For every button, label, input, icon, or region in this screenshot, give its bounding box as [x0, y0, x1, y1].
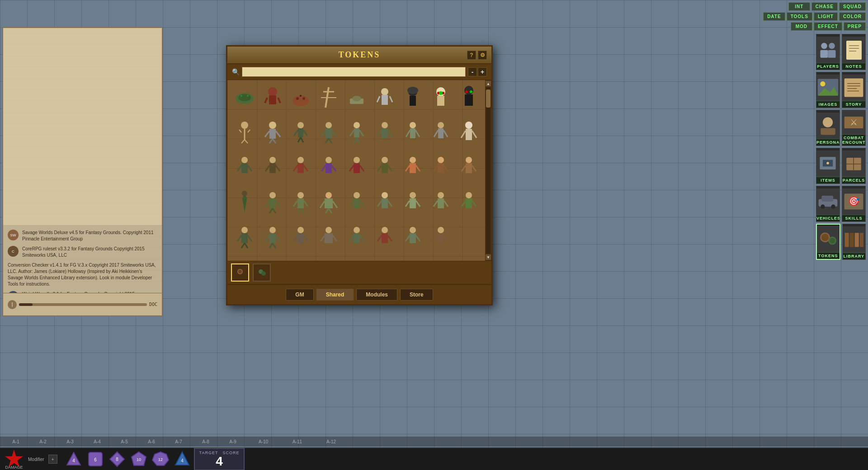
token-cell[interactable] [231, 118, 258, 146]
special-die[interactable]: 4 [173, 450, 192, 469]
token-cell[interactable] [259, 223, 286, 250]
panel-item-story[interactable]: STORY [842, 72, 866, 108]
color-button[interactable]: COLOR [839, 12, 866, 21]
token-cell[interactable] [455, 84, 482, 111]
token-cell[interactable] [259, 84, 286, 111]
token-cell[interactable] [427, 84, 454, 111]
d4-die[interactable]: 4 [64, 450, 83, 469]
token-cell[interactable] [399, 188, 426, 216]
d12-die[interactable]: 12 [151, 450, 170, 469]
panel-item-tokens[interactable]: TOKENS [816, 224, 840, 260]
coord-a11: A-11 [280, 439, 314, 444]
svg-point-195 [241, 227, 248, 233]
init-button[interactable]: INT [788, 2, 810, 11]
folder-other[interactable] [253, 263, 271, 282]
token-cell[interactable] [231, 84, 258, 111]
token-cell[interactable] [371, 118, 398, 146]
token-cell[interactable] [287, 223, 314, 250]
token-cell[interactable] [399, 118, 426, 146]
parcels-label: PARCELS [842, 177, 865, 183]
token-cell[interactable] [231, 188, 258, 216]
scroll-handle[interactable]: | [8, 300, 17, 309]
token-cell[interactable] [371, 84, 398, 111]
gm-tab[interactable]: GM [286, 289, 313, 301]
modules-tab[interactable]: Modules [356, 289, 397, 301]
d8-die[interactable]: 8 [108, 450, 127, 469]
tokens-help-button[interactable]: ? [467, 51, 476, 60]
token-cell[interactable] [315, 84, 342, 111]
svg-line-167 [297, 208, 301, 213]
token-cell[interactable] [455, 188, 482, 216]
scroll-up-button[interactable]: ▲ [486, 81, 491, 86]
token-cell[interactable] [315, 153, 342, 180]
zoom-minus-button[interactable]: - [468, 67, 477, 76]
token-cell[interactable] [315, 223, 342, 250]
date-button[interactable]: DATE [763, 12, 785, 21]
token-cell[interactable] [343, 223, 370, 250]
token-cell[interactable] [371, 153, 398, 180]
token-cell[interactable] [315, 118, 342, 146]
folder-tokens[interactable] [231, 263, 249, 282]
squad-button[interactable]: SQUAD [839, 2, 866, 11]
panel-item-vehicles[interactable]: VEHICLES [816, 186, 840, 222]
svg-line-105 [377, 131, 382, 136]
panel-item-items[interactable]: ITEMS [816, 148, 840, 184]
token-cell[interactable] [259, 153, 286, 180]
prep-button[interactable]: PREP [844, 22, 866, 31]
panel-item-parcels[interactable]: PARCELS [842, 148, 866, 184]
token-cell[interactable] [259, 118, 286, 146]
scroll-down-button[interactable]: ▼ [486, 254, 491, 260]
panel-item-personalities[interactable]: PERSONALITIES [816, 110, 840, 146]
panel-item-players[interactable]: PLAYERS [816, 34, 840, 70]
token-cell[interactable] [287, 118, 314, 146]
token-cell[interactable] [399, 84, 426, 111]
panel-item-images[interactable]: IMAGES [816, 72, 840, 108]
token-cell[interactable] [259, 188, 286, 216]
tokens-scrollbar[interactable]: ▲ ▼ [485, 80, 491, 261]
token-cell[interactable] [455, 118, 482, 146]
toolbar-row-3: MOD EFFECT PREP [763, 22, 866, 31]
effect-button[interactable]: EFFECT [814, 22, 842, 31]
token-cell[interactable] [427, 118, 454, 146]
token-cell[interactable] [371, 188, 398, 216]
token-cell[interactable] [231, 153, 258, 180]
d6-die[interactable]: 6 [86, 450, 105, 469]
token-cell[interactable] [343, 153, 370, 180]
tokens-search-input[interactable] [242, 67, 466, 77]
left-panel-scrollbar[interactable]: | DOC [3, 293, 162, 315]
token-cell[interactable] [427, 223, 454, 250]
zoom-plus-button[interactable]: + [478, 67, 487, 76]
token-cell[interactable] [399, 223, 426, 250]
svg-rect-108 [410, 128, 415, 138]
token-cell[interactable] [287, 84, 314, 111]
token-cell[interactable] [427, 153, 454, 180]
token-cell[interactable] [427, 188, 454, 216]
chase-button[interactable]: CHASE [811, 2, 838, 11]
token-cell[interactable] [287, 153, 314, 180]
token-cell[interactable] [455, 153, 482, 180]
tokens-settings-button[interactable]: ⚙ [478, 51, 487, 60]
token-cell[interactable] [455, 223, 482, 250]
panel-item-library[interactable]: LIBRARY [842, 224, 866, 260]
light-button[interactable]: LIGHT [814, 12, 838, 21]
token-cell[interactable] [315, 188, 342, 216]
svg-line-154 [472, 165, 476, 171]
store-tab[interactable]: Store [400, 289, 433, 301]
coord-a12: A-12 [314, 439, 348, 444]
token-cell[interactable] [371, 223, 398, 250]
token-cell[interactable] [399, 153, 426, 180]
token-cell[interactable] [343, 118, 370, 146]
mod-button[interactable]: MOD [791, 22, 812, 31]
token-cell[interactable] [343, 188, 370, 216]
panel-item-combat-encounters[interactable]: ⚔ COMBAT ENCOUNTERS [842, 110, 866, 146]
tools-button[interactable]: TOOLS [787, 12, 812, 21]
token-cell[interactable] [287, 188, 314, 216]
d10-die[interactable]: 10 [129, 450, 148, 469]
modifier-icon[interactable]: + [48, 455, 57, 464]
token-cell[interactable] [231, 223, 258, 250]
shared-tab[interactable]: Shared [316, 289, 354, 301]
svg-line-162 [273, 208, 276, 213]
panel-item-notes[interactable]: NOTES [842, 34, 866, 70]
token-cell[interactable] [343, 84, 370, 111]
panel-item-skills[interactable]: 🎯 SKILLS [842, 186, 866, 222]
